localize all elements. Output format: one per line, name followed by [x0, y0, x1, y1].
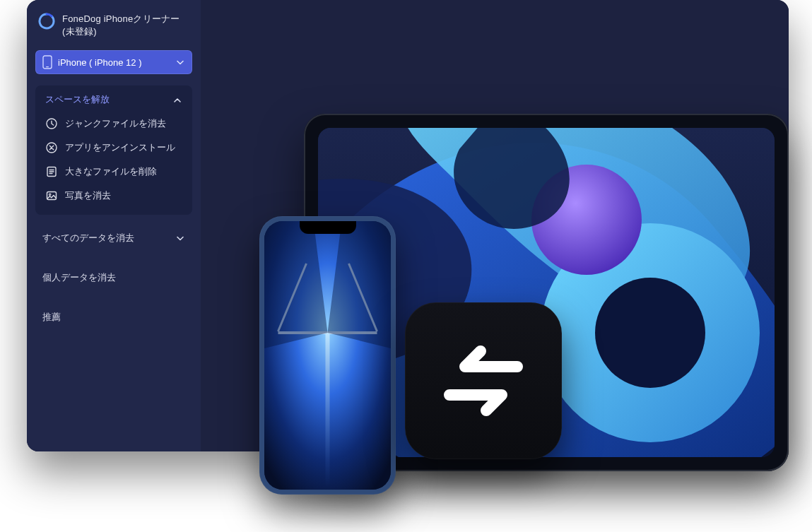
chevron-down-icon — [175, 57, 185, 67]
nav-item-large-files[interactable]: 大きなファイルを削除 — [44, 160, 184, 184]
svg-rect-13 — [326, 333, 330, 488]
iphone-device-mock — [259, 216, 396, 495]
nav-item-recommend[interactable]: 推薦 — [35, 301, 192, 333]
photo-icon — [45, 189, 58, 202]
svg-rect-1 — [46, 66, 49, 67]
chevron-up-icon — [172, 95, 182, 105]
device-selector[interactable]: iPhone ( iPhone 12 ) — [35, 50, 192, 74]
clock-icon — [45, 117, 58, 130]
nav-item-label: すべてのデータを消去 — [42, 232, 134, 244]
nav-item-label: 大きなファイルを削除 — [65, 165, 157, 178]
iphone-wallpaper — [264, 221, 391, 490]
nav-item-erase-private[interactable]: 個人データを消去 — [35, 261, 192, 294]
iphone-notch — [300, 221, 356, 234]
nav-section-free-space: スペースを解放 ジャンクファイルを消去 アプリをアンインストール — [35, 85, 192, 215]
app-title: FoneDog iPhoneクリーナー (未登録) — [62, 13, 180, 37]
nav-item-uninstall-apps[interactable]: アプリをアンインストール — [44, 136, 184, 160]
nav-item-label: ジャンクファイルを消去 — [65, 117, 166, 130]
nav-item-label: 個人データを消去 — [42, 271, 116, 284]
svg-point-9 — [595, 278, 705, 388]
nav-item-label: アプリをアンインストール — [65, 141, 175, 154]
app-logo-icon — [38, 13, 55, 30]
nav-item-erase-all[interactable]: すべてのデータを消去 — [35, 222, 192, 254]
sidebar: FoneDog iPhoneクリーナー (未登録) iPhone ( iPhon… — [27, 0, 201, 451]
phone-icon — [42, 55, 52, 69]
nav-item-erase-photos[interactable]: 写真を消去 — [44, 184, 184, 208]
list-file-icon — [45, 165, 58, 178]
section-header-free-space[interactable]: スペースを解放 — [44, 93, 184, 112]
nav-item-junk-files[interactable]: ジャンクファイルを消去 — [44, 112, 184, 136]
section-title: スペースを解放 — [45, 94, 110, 106]
chevron-down-icon — [175, 233, 185, 243]
remove-app-icon — [45, 141, 58, 154]
swap-arrows-icon — [434, 338, 533, 423]
svg-point-6 — [49, 194, 51, 195]
nav-item-label: 写真を消去 — [65, 189, 111, 202]
transfer-app-icon — [405, 302, 562, 459]
nav-item-label: 推薦 — [42, 311, 61, 324]
app-header: FoneDog iPhoneクリーナー (未登録) — [35, 10, 192, 47]
device-selector-label: iPhone ( iPhone 12 ) — [58, 57, 142, 68]
svg-rect-5 — [47, 192, 57, 200]
